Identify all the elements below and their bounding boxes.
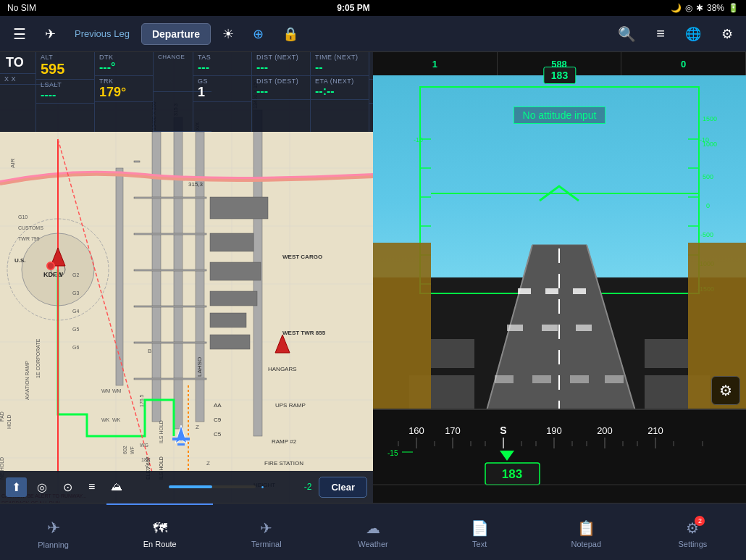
tab-planning[interactable]: ✈ Planning (0, 503, 106, 560)
svg-rect-30 (134, 378, 206, 380)
svg-rect-119 (518, 288, 531, 294)
tab-bar: ✈ Planning 🗺 En Route ✈ Terminal ☁ Weath… (0, 503, 746, 560)
svg-rect-28 (134, 306, 206, 307)
menu-button[interactable]: ☰ (6, 21, 33, 47)
tab-weather[interactable]: ☁ Weather (319, 503, 426, 560)
svg-text:160: 160 (408, 425, 424, 436)
fdb-time-next: TIME (NEXT) -- (311, 52, 369, 76)
departure-button[interactable]: Departure (141, 23, 211, 45)
fdb-dist-next-col: DIST (NEXT) --- DIST (DEST) --- (252, 52, 311, 132)
svg-text:G4: G4 (72, 309, 79, 314)
svg-rect-125 (495, 375, 514, 383)
svg-rect-25 (134, 197, 206, 198)
toolbar: ☰ ✈ Previous Leg Departure ☀ ⊕ 🔒 🔍 ≡ 🌐 ⚙ (0, 16, 746, 52)
svg-text:TWR 799: TWR 799 (18, 236, 40, 241)
list-map-button[interactable]: ≡ (83, 477, 101, 496)
lock-button[interactable]: 🔒 (275, 22, 306, 46)
prev-leg-label: Previous Leg (75, 28, 130, 39)
previous-leg-button[interactable]: Previous Leg (67, 24, 137, 43)
svg-text:HANGARS: HANGARS (268, 366, 297, 372)
efis-settings-button[interactable]: ⚙ (711, 376, 740, 405)
list-button[interactable]: ≡ (649, 21, 672, 46)
brightness-button[interactable]: ☀ (215, 22, 241, 46)
help-button[interactable]: ⊕ (246, 22, 271, 46)
enroute-label: En Route (143, 540, 177, 548)
svg-text:210: 210 (647, 425, 663, 436)
svg-text:AA: AA (214, 402, 222, 409)
carrier-text: No SIM (7, 3, 36, 13)
menu-icon: ☰ (13, 25, 26, 43)
globe-icon: 🌐 (685, 26, 701, 42)
search-button[interactable]: 🔍 (611, 21, 643, 47)
svg-text:-15: -15 (387, 449, 398, 457)
svg-text:G3: G3 (72, 291, 79, 296)
tab-enroute[interactable]: 🗺 En Route (106, 503, 213, 560)
alt-value: 595 (41, 61, 90, 78)
heading-strip-svg: 160 170 S 190 200 210 (373, 416, 746, 503)
fdb-agl: AGL 0 (369, 52, 373, 80)
svg-text:1E CORPORATE: 1E CORPORATE (35, 338, 41, 378)
svg-text:G6: G6 (72, 345, 79, 350)
zoom-dot: • (261, 483, 264, 491)
bluetooth-icon: ✱ (696, 3, 703, 13)
time-next-value: -- (315, 61, 364, 74)
globe-button[interactable]: 🌐 (678, 22, 708, 46)
notepad-icon: 📋 (577, 519, 595, 537)
fdb-alt-col: ALT 595 LSALT ---- (36, 52, 95, 132)
settings-icon: ⚙ (721, 26, 733, 42)
map-panel[interactable]: AIR G10 CUSTOMS TWR 799 U.S. KDFW (0, 52, 373, 503)
svg-rect-121 (573, 288, 586, 294)
heading-value: 183 (551, 70, 568, 81)
svg-rect-24 (134, 161, 140, 162)
fdb-eta: ETA (NEXT) --:-- (311, 76, 369, 100)
svg-rect-124 (576, 325, 592, 331)
svg-rect-19 (210, 233, 253, 251)
nav-mode-button[interactable]: ⬆ (6, 477, 27, 497)
compass-button[interactable]: ⊙ (57, 477, 78, 497)
moon-icon: 🌙 (671, 3, 682, 13)
svg-rect-120 (545, 288, 558, 294)
battery-text: 38% (707, 3, 724, 13)
svg-rect-45 (177, 443, 185, 446)
lock-icon: 🔒 (282, 26, 298, 42)
dist-next-value: --- (256, 61, 306, 74)
svg-text:WK: WK (112, 417, 121, 422)
status-carrier: No SIM (7, 3, 36, 13)
text-icon: 📄 (471, 519, 489, 537)
notepad-label: Notepad (571, 540, 601, 548)
fdb-lsalt: LSALT ---- (36, 80, 94, 104)
settings-gear-icon: ⚙ (719, 382, 732, 399)
tab-settings[interactable]: ⚙ 2 Settings (640, 503, 746, 560)
svg-rect-18 (210, 197, 268, 219)
svg-text:602: 602 (122, 446, 127, 454)
svg-text:183: 183 (502, 467, 522, 481)
fdb-to-col: TO X X (0, 52, 36, 132)
svg-rect-21 (210, 291, 257, 306)
tab-notepad[interactable]: 📋 Notepad (533, 503, 640, 560)
status-bar: No SIM 9:05 PM 🌙 ◎ ✱ 38% 🔋 (0, 0, 746, 16)
planning-label: Planning (38, 540, 69, 549)
svg-text:190: 190 (546, 425, 562, 436)
fdb-agl-col: AGL 0 GPS HORIZ ERR 10 m (369, 52, 373, 132)
svg-rect-23 (210, 335, 250, 349)
svg-point-47 (47, 262, 54, 269)
svg-rect-128 (605, 375, 624, 383)
svg-text:G5: G5 (72, 327, 79, 332)
svg-rect-44 (172, 438, 190, 440)
plane-button[interactable]: ✈ (38, 22, 63, 46)
list-icon: ≡ (656, 25, 665, 42)
heading-box: 183 (543, 67, 576, 84)
svg-rect-14 (174, 117, 183, 429)
clear-button[interactable]: Clear (319, 477, 367, 498)
battery-icon: 🔋 (728, 3, 739, 13)
circle-button[interactable]: ◎ (31, 477, 53, 497)
svg-rect-27 (134, 269, 206, 271)
location-icon: ◎ (685, 3, 692, 13)
terrain-button[interactable]: ⛰ (105, 477, 128, 496)
tab-text[interactable]: 📄 Text (427, 503, 533, 560)
status-indicators: 🌙 ◎ ✱ 38% 🔋 (671, 3, 739, 13)
efis-panel: 1 588 0 No attitude input -10 -10 (373, 52, 746, 503)
tab-terminal[interactable]: ✈ Terminal (213, 503, 319, 560)
svg-text:WM: WM (112, 388, 122, 393)
settings-button[interactable]: ⚙ (714, 22, 740, 46)
